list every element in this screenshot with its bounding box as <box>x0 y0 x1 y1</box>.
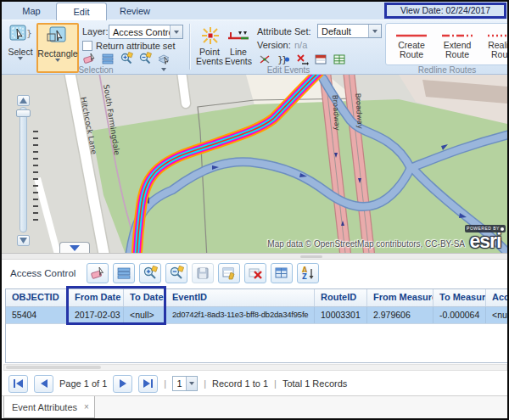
save-button[interactable] <box>192 263 214 283</box>
column-header[interactable]: OBJECTID <box>6 289 69 306</box>
create-route-label: Create Route <box>393 41 430 59</box>
panel-splitter[interactable] <box>2 253 507 260</box>
selection-options-icon <box>157 52 171 65</box>
clear-selection-button[interactable] <box>87 263 109 283</box>
group-divider <box>189 24 190 70</box>
dropdown-button[interactable] <box>368 25 381 37</box>
attribute-set-value: Default <box>318 26 368 36</box>
attribute-table: OBJECTID From Date To Date EventID Route… <box>5 288 509 363</box>
split-route-event-icon <box>295 53 309 66</box>
attribute-panel-toolbar: Access Control AZ <box>2 260 507 286</box>
save-icon <box>195 266 210 281</box>
page-number-value: 1 <box>173 378 186 389</box>
chevron-down-icon <box>70 245 80 251</box>
point-events-button[interactable] <box>195 25 226 48</box>
attribute-set-dropdown[interactable]: Default <box>317 24 382 38</box>
next-page-button[interactable] <box>113 375 132 393</box>
event-window-icon <box>314 53 327 66</box>
zoom-to-selection-icon <box>143 266 158 281</box>
column-header[interactable]: From Date <box>69 289 124 306</box>
delete-selected-button[interactable] <box>244 263 266 283</box>
selection-options-button[interactable] <box>155 50 171 66</box>
column-header[interactable]: To Measure <box>433 289 486 306</box>
table-row-selected[interactable]: 55404 2017-02-03 <null> 2d0742f1-8ad3-11… <box>6 307 508 324</box>
column-header[interactable]: Access <box>486 289 509 306</box>
map-attribution: Map data © OpenStreetMap contributors, C… <box>267 239 465 249</box>
chevron-down-icon <box>372 30 378 33</box>
realign-route-label: Realign Route <box>484 41 509 59</box>
select-tool-button[interactable]: } Select <box>6 25 35 60</box>
previous-page-button[interactable] <box>34 375 53 393</box>
zoom-in-button[interactable] <box>17 95 30 106</box>
svg-text:Z: Z <box>302 273 307 281</box>
column-header[interactable]: To Date <box>124 289 166 306</box>
zoom-to-selection-button[interactable] <box>118 50 134 66</box>
page-number-combo[interactable]: 1 <box>172 376 198 391</box>
cell-to-date: <null> <box>124 307 166 323</box>
ribbon: } Select Rectangle Layer: Access Control… <box>2 20 507 75</box>
first-page-button[interactable] <box>8 375 28 393</box>
cell-access: <null> <box>486 307 509 323</box>
sort-button[interactable]: AZ <box>297 263 319 283</box>
clear-selection-button[interactable] <box>81 50 97 66</box>
collapse-panel-button[interactable] <box>59 242 90 253</box>
last-page-button[interactable] <box>138 375 158 393</box>
chevron-down-icon <box>174 31 179 34</box>
tab-edit[interactable]: Edit <box>56 3 107 20</box>
column-header[interactable]: From Measure <box>367 289 433 306</box>
chevron-down-icon <box>55 59 60 62</box>
dropdown-button[interactable] <box>186 377 197 390</box>
map-canvas[interactable]: Hitchcock Lane South Farmingdale Broadwa… <box>2 75 507 253</box>
redline-routes-panel: Create Route Extend Route Realign Route <box>385 23 509 65</box>
esri-logo: POWERED BY esri <box>465 225 506 250</box>
realign-route-button[interactable]: Realign Route <box>484 31 509 59</box>
zoom-out-selection-icon <box>138 52 152 65</box>
point-events-icon <box>199 25 221 48</box>
close-icon[interactable]: × <box>84 402 89 412</box>
tab-event-attributes[interactable]: Event Attributes × <box>3 396 95 418</box>
clear-selection-icon <box>90 266 105 281</box>
cell-eventid: 2d0742f1-8ad3-11e3-bff8-db2da34f95fe <box>166 307 315 323</box>
sort-icon: AZ <box>300 266 316 281</box>
create-route-button[interactable]: Create Route <box>393 31 430 59</box>
edit-attributes-button[interactable] <box>218 263 240 283</box>
column-header[interactable]: RouteID <box>315 289 367 306</box>
tab-review[interactable]: Review <box>109 3 161 20</box>
zoom-out-selection-button[interactable] <box>137 50 153 66</box>
zoom-out-selection-icon <box>169 266 184 281</box>
next-page-icon <box>120 379 126 388</box>
zoom-out-button[interactable] <box>17 235 30 246</box>
tab-map[interactable]: Map <box>8 3 54 20</box>
splitter-handle[interactable] <box>300 255 322 258</box>
attribute-table-button[interactable] <box>271 263 293 283</box>
column-header[interactable]: EventID <box>166 289 315 306</box>
zoom-slider-thumb[interactable] <box>16 109 31 117</box>
last-page-icon <box>143 379 150 388</box>
select-all-button[interactable] <box>99 50 115 66</box>
zoom-out-selection-button[interactable] <box>165 263 187 283</box>
scrollbar-thumb[interactable] <box>6 366 101 369</box>
extend-route-button[interactable]: Extend Route <box>439 31 476 59</box>
zoom-to-selection-button[interactable] <box>139 263 161 283</box>
layer-label: Layer: <box>82 26 109 36</box>
event-attributes-tab-label: Event Attributes <box>12 402 77 412</box>
select-all-icon <box>116 266 131 281</box>
version-label: Version: <box>257 40 291 50</box>
redline-routes-group-label: Redline Routes <box>385 65 509 75</box>
select-all-button[interactable] <box>113 263 135 283</box>
layer-dropdown[interactable]: Access Control <box>109 25 183 39</box>
separator: | <box>204 378 206 389</box>
bottom-tab-strip: Event Attributes × <box>2 395 507 418</box>
separator: | <box>164 378 166 389</box>
layer-dropdown-value: Access Control <box>109 27 170 37</box>
line-events-label: Line Events <box>223 48 254 66</box>
rectangle-tool-label: Rectangle <box>37 48 77 59</box>
dropdown-button[interactable] <box>170 25 182 38</box>
esri-wordmark: esri <box>465 232 506 250</box>
cell-routeid: 10003301 <box>315 307 367 323</box>
zoom-slider-track[interactable] <box>20 107 27 232</box>
select-tool-icon: } <box>9 25 31 45</box>
line-events-button[interactable] <box>224 27 253 46</box>
rectangle-tool-icon <box>47 26 69 47</box>
horizontal-scrollbar[interactable] <box>3 364 507 371</box>
